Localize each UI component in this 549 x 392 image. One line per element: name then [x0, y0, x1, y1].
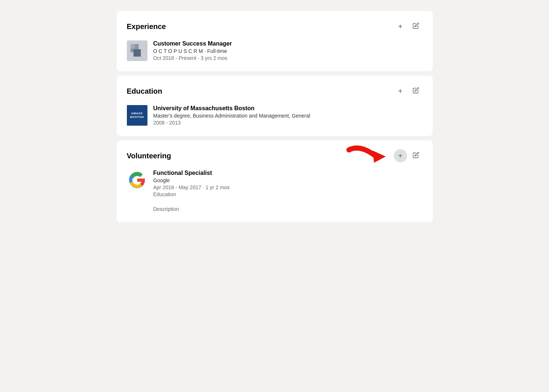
experience-card-header: Experience +: [127, 20, 423, 33]
education-card-header: Education +: [127, 84, 423, 98]
pencil-icon: [413, 152, 419, 160]
experience-section-title: Experience: [127, 22, 166, 31]
experience-entry: Customer Success Manager O C T O P U S C…: [127, 40, 423, 61]
education-years: 2008 - 2013: [153, 120, 310, 126]
pencil-icon: [413, 87, 419, 96]
google-g-logo: [128, 171, 146, 189]
education-card: Education + UMASSBOSTON: [117, 76, 433, 136]
red-arrow-svg: [345, 143, 393, 168]
experience-entry-info: Customer Success Manager O C T O P U S C…: [153, 40, 232, 61]
umass-logo-text: UMASSBOSTON: [130, 112, 144, 119]
volunteer-title: Functional Specialist: [153, 170, 230, 176]
experience-card-actions: +: [394, 20, 423, 33]
volunteer-org-logo: [127, 170, 147, 190]
volunteering-card-actions: +: [394, 149, 423, 162]
plus-icon: +: [398, 152, 403, 160]
pencil-icon: [413, 22, 419, 31]
volunteering-entry: Functional Specialist Google Apr 2016 - …: [127, 170, 423, 212]
education-entry-info: University of Massachusetts Boston Maste…: [153, 105, 310, 126]
education-edit-button[interactable]: [409, 84, 423, 98]
volunteering-card-header: Volunteering +: [127, 149, 423, 162]
volunteering-entry-info: Functional Specialist Google Apr 2016 - …: [153, 170, 230, 212]
volunteer-org: Google: [153, 177, 230, 183]
experience-card: Experience +: [117, 11, 433, 71]
volunteer-category: Education: [153, 191, 230, 197]
volunteer-description-label: Description: [153, 206, 230, 212]
svg-marker-4: [373, 151, 386, 163]
red-arrow-annotation: [345, 143, 393, 170]
job-title: Customer Success Manager: [153, 40, 232, 47]
experience-duration: Oct 2018 - Present · 3 yrs 2 mos: [153, 55, 232, 61]
volunteering-card: Volunteering +: [117, 140, 433, 222]
company-logo: [127, 40, 147, 61]
svg-rect-3: [131, 44, 135, 48]
experience-add-button[interactable]: +: [394, 20, 407, 33]
plus-icon: +: [398, 22, 403, 31]
profile-sections: Experience +: [117, 11, 433, 222]
volunteering-section-title: Volunteering: [127, 152, 171, 160]
experience-edit-button[interactable]: [409, 20, 423, 33]
school-logo: UMASSBOSTON: [127, 105, 147, 126]
company-name: O C T O P U S C R M · Full-time: [153, 48, 232, 54]
education-add-button[interactable]: +: [394, 84, 407, 98]
volunteering-edit-button[interactable]: [409, 149, 423, 162]
school-name: University of Massachusetts Boston: [153, 105, 310, 112]
education-entry: UMASSBOSTON University of Massachusetts …: [127, 105, 423, 126]
education-card-actions: +: [394, 84, 423, 98]
plus-icon: +: [398, 87, 403, 96]
volunteering-add-button[interactable]: +: [394, 149, 407, 162]
education-section-title: Education: [127, 87, 163, 96]
svg-rect-2: [133, 49, 141, 57]
volunteer-duration: Apr 2016 - May 2017 · 1 yr 2 mos: [153, 184, 230, 190]
degree-name: Master's degree, Business Administration…: [153, 113, 310, 119]
